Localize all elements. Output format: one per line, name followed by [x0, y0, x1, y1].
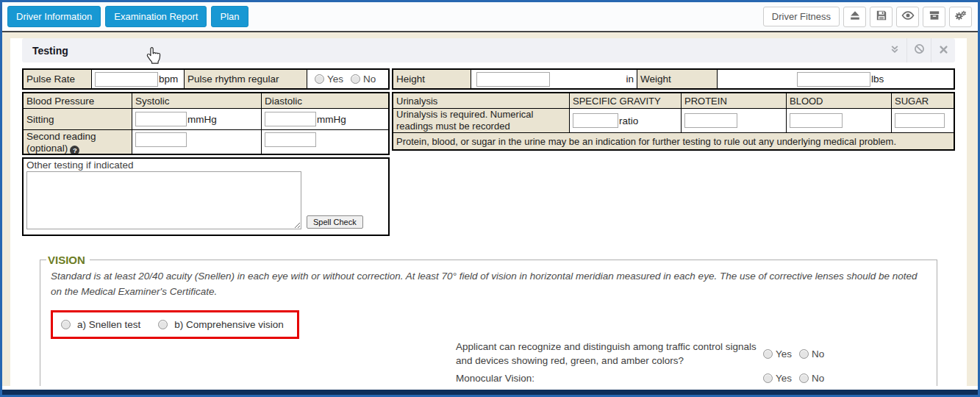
panel-header-icons: [882, 38, 955, 62]
driver-fitness-button[interactable]: Driver Fitness: [763, 7, 840, 26]
vision-questions: Applicant can recognize and distinguish …: [456, 340, 840, 386]
diastolic-header: Diastolic: [262, 93, 388, 109]
tab-examination-report[interactable]: Examination Report: [105, 6, 207, 27]
question-text: Monocular Vision:: [456, 371, 763, 386]
vision-standard-text: Standard is at least 20/40 acuity (Snell…: [51, 269, 926, 300]
vision-section: VISION Standard is at least 20/40 acuity…: [40, 254, 937, 386]
snellen-test-label: a) Snellen test: [77, 319, 140, 330]
page-background: Testing Pulse Rate: [2, 32, 978, 386]
snellen-test-radio[interactable]: [61, 320, 71, 329]
gears-icon: [954, 10, 968, 24]
pulse-rate-unit: bpm: [159, 74, 178, 85]
no-label: No: [812, 348, 824, 360]
pulse-rate-input[interactable]: [95, 72, 158, 87]
sitting-systolic-input[interactable]: [135, 112, 187, 126]
height-label: Height: [393, 70, 471, 88]
second-reading-label: Second reading (optional): [26, 131, 96, 154]
yes-label: Yes: [776, 348, 792, 360]
help-icon[interactable]: [70, 146, 79, 154]
spell-check-button[interactable]: Spell Check: [307, 215, 363, 229]
monocular-vision-no-radio[interactable]: [799, 373, 809, 383]
eye-icon: [901, 10, 915, 24]
question-row: Monocular Vision: Yes No: [456, 371, 840, 386]
specific-gravity-header: SPECIFIC GRAVITY: [570, 93, 682, 109]
yes-label: Yes: [327, 74, 343, 85]
testing-panel-header: Testing: [22, 38, 955, 62]
disable-button[interactable]: [906, 38, 931, 62]
pulse-rhythm-yes-radio[interactable]: [315, 74, 324, 84]
urinalysis-requirement: Urinalysis is required. Numerical readin…: [396, 109, 566, 132]
tab-plan[interactable]: Plan: [211, 6, 248, 27]
toolbar-right-group: Driver Fitness: [763, 7, 972, 27]
pulse-rhythm-no-radio[interactable]: [351, 74, 360, 84]
height-unit: in: [626, 74, 634, 85]
chevron-double-down-icon: [890, 44, 900, 57]
traffic-signals-no-radio[interactable]: [799, 349, 809, 359]
second-systolic-input[interactable]: [135, 132, 187, 147]
no-label: No: [812, 373, 824, 384]
close-button[interactable]: [931, 38, 955, 62]
height-input[interactable]: [476, 72, 550, 87]
close-icon: [939, 44, 948, 57]
protein-header: PROTEIN: [682, 93, 787, 109]
vision-test-options-highlight: a) Snellen test b) Comprehensive vision: [51, 310, 299, 339]
question-row: Applicant can recognize and distinguish …: [456, 340, 840, 368]
comprehensive-vision-radio[interactable]: [158, 320, 168, 329]
urinalysis-title: Urinalysis: [393, 93, 570, 109]
app-window: Driver Information Examination Report Pl…: [0, 0, 980, 397]
sitting-diastolic-input[interactable]: [265, 112, 316, 126]
yes-label: Yes: [776, 373, 792, 384]
eject-icon: [849, 10, 861, 24]
settings-button[interactable]: [949, 7, 972, 27]
ratio-unit: ratio: [619, 115, 638, 126]
comprehensive-vision-label: b) Comprehensive vision: [174, 319, 284, 330]
save-button[interactable]: [870, 7, 893, 27]
systolic-unit: mmHg: [187, 114, 217, 125]
archive-button[interactable]: [923, 7, 945, 27]
blood-input[interactable]: [790, 113, 843, 128]
archive-icon: [929, 10, 940, 24]
other-testing-textarea[interactable]: [26, 171, 301, 229]
sitting-row-label: Sitting: [24, 109, 132, 130]
blood-pressure-table: Blood Pressure Systolic Diastolic Sittin…: [22, 92, 390, 155]
urinalysis-note: Protein, blood, or sugar in the urine ma…: [393, 133, 954, 149]
weight-unit: lbs: [871, 74, 884, 85]
traffic-signals-yes-radio[interactable]: [763, 349, 773, 359]
urinalysis-table: Urinalysis SPECIFIC GRAVITY PROTEIN BLOO…: [392, 92, 955, 151]
save-icon: [876, 10, 887, 24]
monocular-vision-yes-radio[interactable]: [763, 373, 773, 383]
sugar-input[interactable]: [895, 113, 945, 128]
second-diastolic-input[interactable]: [265, 132, 316, 147]
panel-title: Testing: [32, 45, 68, 57]
collapse-button[interactable]: [882, 38, 906, 62]
other-testing-box: Other testing if indicated Spell Check: [22, 157, 390, 236]
blood-pressure-title: Blood Pressure: [24, 93, 132, 109]
eject-button[interactable]: [843, 7, 866, 27]
diastolic-unit: mmHg: [317, 114, 346, 125]
vision-section-title: VISION: [46, 254, 90, 266]
pulse-rhythm-label: Pulse rhythm regular: [185, 70, 307, 88]
ban-icon: [914, 43, 925, 57]
pulse-rate-label: Pulse Rate: [24, 70, 92, 88]
blood-header: BLOOD: [787, 93, 892, 109]
top-toolbar: Driver Information Examination Report Pl…: [2, 2, 978, 31]
testing-form: Pulse Rate bpm Pulse rhythm regular Yes …: [10, 67, 967, 386]
height-weight-table: Height in Weight lbs: [392, 68, 955, 90]
tab-driver-information[interactable]: Driver Information: [7, 6, 101, 27]
systolic-header: Systolic: [132, 93, 262, 109]
footer-bar: [2, 390, 978, 395]
weight-label: Weight: [637, 70, 718, 88]
no-label: No: [363, 74, 376, 85]
specific-gravity-input[interactable]: [573, 113, 618, 128]
other-testing-label: Other testing if indicated: [26, 160, 385, 171]
weight-input[interactable]: [797, 72, 870, 87]
sugar-header: SUGAR: [892, 93, 954, 109]
protein-input[interactable]: [684, 113, 737, 128]
question-text: Applicant can recognize and distinguish …: [456, 340, 763, 368]
pulse-table: Pulse Rate bpm Pulse rhythm regular Yes …: [22, 68, 390, 90]
preview-button[interactable]: [896, 7, 919, 27]
content-panel: Testing Pulse Rate: [10, 38, 967, 386]
